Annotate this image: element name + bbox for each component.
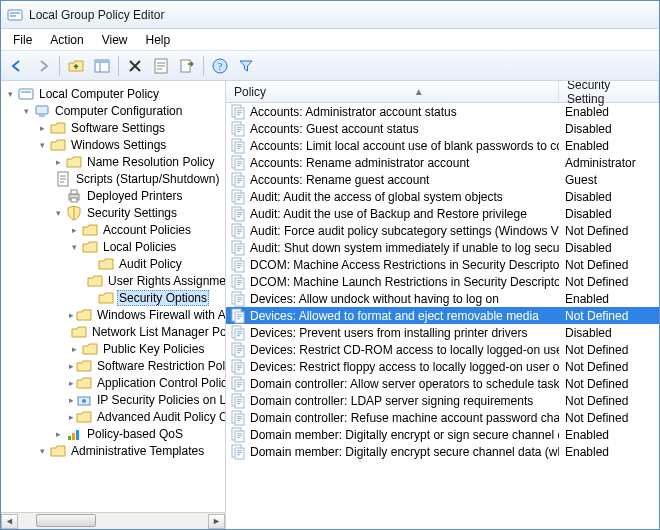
policy-row[interactable]: Domain controller: Allow server operator…: [226, 375, 659, 392]
expand-icon[interactable]: ▸: [69, 411, 74, 422]
tree-node[interactable]: Security Options: [1, 289, 225, 306]
expand-icon[interactable]: ▸: [69, 343, 80, 354]
expand-icon[interactable]: ▸: [69, 224, 80, 235]
expand-icon[interactable]: ▸: [69, 360, 74, 371]
policy-row[interactable]: Accounts: Rename administrator accountAd…: [226, 154, 659, 171]
expand-icon[interactable]: ▸: [53, 156, 64, 167]
folder-icon: [98, 290, 114, 306]
tree-node[interactable]: ▾Administrative Templates: [1, 442, 225, 459]
help-icon[interactable]: ?: [208, 54, 232, 78]
column-policy[interactable]: Policy ▲: [226, 81, 559, 102]
svg-rect-107: [235, 380, 244, 391]
expand-icon[interactable]: ▸: [69, 394, 74, 405]
tree-node[interactable]: ▸Policy-based QoS: [1, 425, 225, 442]
menu-view[interactable]: View: [94, 31, 136, 49]
show-hide-tree-icon[interactable]: [90, 54, 114, 78]
delete-icon[interactable]: [123, 54, 147, 78]
svg-rect-52: [235, 193, 244, 204]
expand-icon[interactable]: ▸: [69, 309, 74, 320]
menu-help[interactable]: Help: [138, 31, 179, 49]
svg-rect-87: [235, 312, 244, 323]
policy-row[interactable]: Accounts: Guest account statusDisabled: [226, 120, 659, 137]
policy-row[interactable]: Audit: Shut down system immediately if u…: [226, 239, 659, 256]
tree-hscrollbar[interactable]: ◄ ►: [1, 512, 225, 529]
tree[interactable]: ▾Local Computer Policy▾Computer Configur…: [1, 81, 225, 511]
tree-node[interactable]: ▸Software Restriction Policies: [1, 357, 225, 374]
svg-rect-74: [237, 265, 242, 266]
collapse-icon[interactable]: ▾: [37, 139, 48, 150]
svg-rect-25: [76, 430, 79, 440]
up-icon[interactable]: [64, 54, 88, 78]
policy-row[interactable]: DCOM: Machine Launch Restrictions in Sec…: [226, 273, 659, 290]
svg-rect-1: [10, 12, 20, 14]
back-icon[interactable]: [5, 54, 29, 78]
tree-node[interactable]: User Rights Assignment: [1, 272, 225, 289]
policy-row[interactable]: Domain member: Digitally encrypt secure …: [226, 443, 659, 460]
policy-row[interactable]: Domain member: Digitally encrypt or sign…: [226, 426, 659, 443]
tree-node[interactable]: Network List Manager Policies: [1, 323, 225, 340]
tree-node[interactable]: ▾Windows Settings: [1, 136, 225, 153]
policy-icon: [230, 189, 246, 205]
tree-node[interactable]: ▸IP Security Policies on Local Computer: [1, 391, 225, 408]
tree-node[interactable]: Deployed Printers: [1, 187, 225, 204]
policy-row[interactable]: Domain controller: LDAP server signing r…: [226, 392, 659, 409]
folder-icon: [82, 239, 98, 255]
list-body[interactable]: Accounts: Administrator account statusEn…: [226, 103, 659, 529]
policy-row[interactable]: Audit: Audit the use of Backup and Resto…: [226, 205, 659, 222]
collapse-icon[interactable]: ▾: [21, 105, 32, 116]
tree-node[interactable]: ▸Advanced Audit Policy Configuration: [1, 408, 225, 425]
policy-row[interactable]: Domain controller: Refuse machine accoun…: [226, 409, 659, 426]
menu-file[interactable]: File: [5, 31, 40, 49]
tree-node[interactable]: ▸Name Resolution Policy: [1, 153, 225, 170]
filter-icon[interactable]: [234, 54, 258, 78]
tree-node[interactable]: ▸Windows Firewall with Advanced Security: [1, 306, 225, 323]
properties-icon[interactable]: [149, 54, 173, 78]
tree-node-label: Local Policies: [101, 240, 178, 254]
svg-rect-62: [235, 227, 244, 238]
tree-node[interactable]: ▸Public Key Policies: [1, 340, 225, 357]
tree-node[interactable]: ▾Local Computer Policy: [1, 85, 225, 102]
tree-node[interactable]: ▸Software Settings: [1, 119, 225, 136]
scroll-track[interactable]: [18, 514, 208, 529]
policy-row[interactable]: Devices: Restrict floppy access to local…: [226, 358, 659, 375]
tree-node[interactable]: ▾Computer Configuration: [1, 102, 225, 119]
policy-row[interactable]: Devices: Restrict CD-ROM access to local…: [226, 341, 659, 358]
policy-row[interactable]: Devices: Allowed to format and eject rem…: [226, 307, 659, 324]
policy-row[interactable]: Devices: Allow undock without having to …: [226, 290, 659, 307]
tree-node[interactable]: ▾Local Policies: [1, 238, 225, 255]
policy-row[interactable]: Accounts: Limit local account use of bla…: [226, 137, 659, 154]
forward-icon[interactable]: [31, 54, 55, 78]
policy-row[interactable]: Accounts: Rename guest accountGuest: [226, 171, 659, 188]
svg-rect-59: [237, 214, 242, 215]
tree-node-label: Scripts (Startup/Shutdown): [74, 172, 221, 186]
policy-row[interactable]: DCOM: Machine Access Restrictions in Sec…: [226, 256, 659, 273]
svg-rect-123: [237, 433, 242, 434]
folder-icon: [71, 324, 87, 340]
collapse-icon[interactable]: ▾: [53, 207, 64, 218]
svg-rect-5: [95, 60, 109, 63]
tree-node[interactable]: ▸Application Control Policies: [1, 374, 225, 391]
tree-node[interactable]: ▾Security Settings: [1, 204, 225, 221]
tree-node[interactable]: ▸Account Policies: [1, 221, 225, 238]
expand-icon[interactable]: ▸: [53, 428, 64, 439]
collapse-icon[interactable]: ▾: [69, 241, 80, 252]
column-setting[interactable]: Security Setting: [559, 81, 659, 102]
policy-row[interactable]: Audit: Force audit policy subcategory se…: [226, 222, 659, 239]
tree-node[interactable]: Audit Policy: [1, 255, 225, 272]
scroll-thumb[interactable]: [36, 514, 96, 527]
export-icon[interactable]: [175, 54, 199, 78]
policy-row[interactable]: Audit: Audit the access of global system…: [226, 188, 659, 205]
expand-icon[interactable]: ▸: [69, 377, 74, 388]
expand-icon[interactable]: ▸: [37, 122, 48, 133]
tree-pane: ▾Local Computer Policy▾Computer Configur…: [1, 81, 226, 529]
collapse-icon[interactable]: ▾: [37, 445, 48, 456]
qos-icon: [66, 426, 82, 442]
menu-action[interactable]: Action: [42, 31, 91, 49]
policy-row[interactable]: Accounts: Administrator account statusEn…: [226, 103, 659, 120]
svg-rect-23: [68, 436, 71, 440]
scroll-left-icon[interactable]: ◄: [1, 514, 18, 529]
tree-node[interactable]: Scripts (Startup/Shutdown): [1, 170, 225, 187]
policy-row[interactable]: Devices: Prevent users from installing p…: [226, 324, 659, 341]
scroll-right-icon[interactable]: ►: [208, 514, 225, 529]
collapse-icon[interactable]: ▾: [5, 88, 16, 99]
